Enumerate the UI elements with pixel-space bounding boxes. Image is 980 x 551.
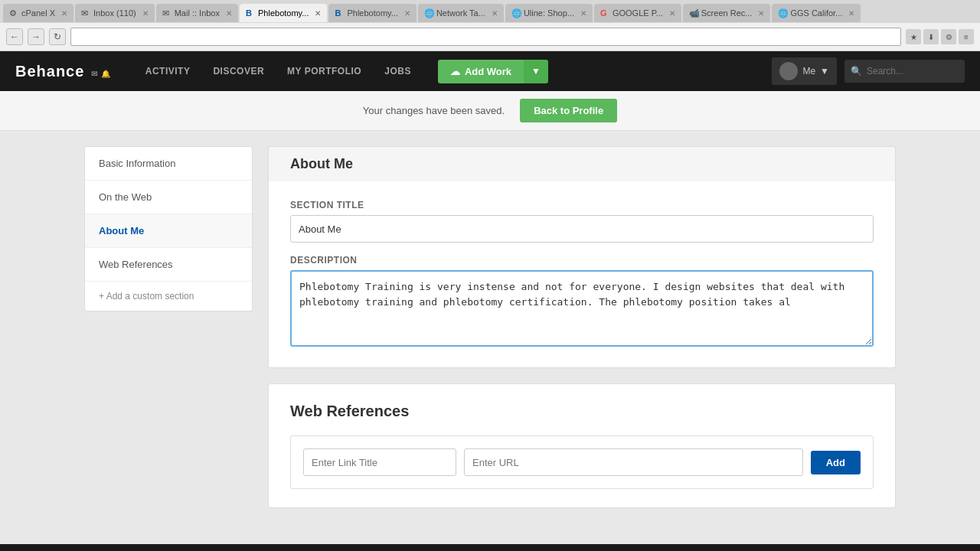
tab-favicon: 🌐 bbox=[424, 8, 433, 18]
tab-close[interactable]: ✕ bbox=[758, 9, 764, 18]
sidebar-item-on-the-web[interactable]: On the Web bbox=[85, 181, 252, 214]
main-content: Basic Information On the Web About Me We… bbox=[69, 131, 911, 544]
tab-behance2[interactable]: B Phlebotomy... ✕ bbox=[328, 4, 416, 22]
address-bar-row: ← → ↻ https://www.behance.net/phlebotomy… bbox=[0, 23, 980, 51]
save-message: Your changes have been saved. bbox=[363, 105, 505, 116]
url-input[interactable] bbox=[464, 448, 803, 476]
tab-close[interactable]: ✕ bbox=[226, 9, 232, 18]
about-me-section-body: Section Title Description Phlebotomy Tra… bbox=[268, 181, 896, 368]
tab-screen-rec[interactable]: 📹 Screen Rec... ✕ bbox=[683, 4, 771, 22]
sidebar-item-basic-info[interactable]: Basic Information bbox=[85, 147, 252, 181]
tab-close[interactable]: ✕ bbox=[404, 9, 410, 18]
bookmark-icon[interactable]: ★ bbox=[906, 29, 921, 44]
description-label: Description bbox=[290, 255, 874, 266]
tab-label: Mail :: Inbox bbox=[175, 8, 220, 18]
save-notification-bar: Your changes have been saved. Back to Pr… bbox=[0, 91, 980, 131]
menu-icon[interactable]: ≡ bbox=[959, 29, 974, 44]
tab-label: cPanel X bbox=[21, 8, 55, 18]
tab-uline[interactable]: 🌐 Uline: Shop... ✕ bbox=[505, 4, 593, 22]
nav-discover[interactable]: DISCOVER bbox=[201, 51, 276, 91]
search-icon: 🔍 bbox=[851, 66, 862, 77]
tab-close[interactable]: ✕ bbox=[669, 9, 675, 18]
nav-portfolio[interactable]: MY PORTFOLIO bbox=[276, 51, 373, 91]
section-title-label: Section Title bbox=[290, 200, 874, 210]
web-references-title: Web References bbox=[290, 403, 874, 420]
add-reference-button[interactable]: Add bbox=[811, 451, 861, 474]
upload-icon: ☁ bbox=[450, 66, 460, 77]
tab-favicon: G bbox=[600, 8, 609, 18]
browser-icons: ★ ⬇ ⚙ ≡ bbox=[906, 29, 974, 44]
add-custom-section-button[interactable]: + Add a custom section bbox=[85, 282, 252, 311]
tab-label: GOOGLE P... bbox=[612, 8, 663, 18]
sidebar-item-about-me[interactable]: About Me bbox=[85, 214, 252, 248]
user-avatar bbox=[779, 62, 798, 80]
search-input[interactable] bbox=[867, 66, 959, 77]
tab-close[interactable]: ✕ bbox=[848, 9, 854, 18]
address-input[interactable]: https://www.behance.net/phlebotomydesign… bbox=[70, 28, 901, 46]
web-ref-form: Add bbox=[290, 435, 874, 489]
download-icon[interactable]: ⬇ bbox=[923, 29, 939, 44]
logo-notification: ✉ 🔔 bbox=[91, 70, 111, 78]
me-menu-button[interactable]: Me ▼ bbox=[772, 57, 837, 85]
tab-label: Phlebotomy... bbox=[347, 8, 397, 18]
tab-label: GGS Califor... bbox=[790, 8, 842, 18]
tab-label: Uline: Shop... bbox=[524, 8, 574, 18]
tab-label: Screen Rec... bbox=[701, 8, 753, 18]
app-footer: More Behance TOU & Privacy Help Part of … bbox=[0, 544, 980, 551]
about-me-section-header: About Me bbox=[268, 146, 896, 181]
about-me-section: About Me Section Title Description Phleb… bbox=[268, 146, 896, 368]
tab-google[interactable]: G GOOGLE P... ✕ bbox=[594, 4, 681, 22]
main-nav: ACTIVITY DISCOVER MY PORTFOLIO JOBS bbox=[134, 51, 423, 91]
back-to-profile-button[interactable]: Back to Profile bbox=[520, 99, 617, 122]
tab-label: Inbox (110) bbox=[93, 8, 136, 18]
tab-favicon: ✉ bbox=[81, 8, 90, 18]
tab-mail[interactable]: ✉ Mail :: Inbox ✕ bbox=[156, 4, 238, 22]
tab-close[interactable]: ✕ bbox=[142, 9, 149, 18]
tab-favicon: ⚙ bbox=[9, 8, 18, 18]
app-header: Behance ✉ 🔔 ACTIVITY DISCOVER MY PORTFOL… bbox=[0, 51, 980, 91]
tab-label: Network Ta... bbox=[436, 8, 485, 18]
refresh-button[interactable]: ↻ bbox=[49, 28, 66, 45]
tab-favicon: B bbox=[335, 8, 344, 18]
behance-logo[interactable]: Behance ✉ 🔔 bbox=[15, 63, 111, 80]
tab-ggs[interactable]: 🌐 GGS Califor... ✕ bbox=[772, 4, 861, 22]
extensions-icon[interactable]: ⚙ bbox=[941, 29, 956, 44]
back-button[interactable]: ← bbox=[6, 28, 23, 45]
description-textarea[interactable]: Phlebotomy Training is very instense and… bbox=[290, 270, 874, 347]
sidebar: Basic Information On the Web About Me We… bbox=[84, 146, 253, 529]
sidebar-item-web-references[interactable]: Web References bbox=[85, 248, 252, 282]
tab-close[interactable]: ✕ bbox=[580, 9, 586, 18]
header-right: Me ▼ 🔍 bbox=[772, 57, 965, 85]
tab-favicon: B bbox=[246, 8, 255, 18]
nav-jobs[interactable]: JOBS bbox=[373, 51, 423, 91]
forward-button[interactable]: → bbox=[28, 28, 44, 45]
browser-chrome: ⚙ cPanel X ✕ ✉ Inbox (110) ✕ ✉ Mail :: I… bbox=[0, 0, 980, 51]
search-box[interactable]: 🔍 bbox=[844, 60, 965, 83]
tab-inbox[interactable]: ✉ Inbox (110) ✕ bbox=[75, 4, 155, 22]
web-references-section: Web References Add bbox=[268, 383, 896, 508]
tab-close[interactable]: ✕ bbox=[61, 9, 67, 18]
tab-label: Phlebotomy... bbox=[258, 8, 309, 18]
tab-bar: ⚙ cPanel X ✕ ✉ Inbox (110) ✕ ✉ Mail :: I… bbox=[0, 0, 980, 23]
tab-behance-active[interactable]: B Phlebotomy... ✕ bbox=[240, 4, 327, 22]
tab-favicon: 🌐 bbox=[511, 8, 521, 18]
add-work-dropdown-button[interactable]: ▼ bbox=[524, 60, 548, 83]
add-work-group: ☁ Add Work ▼ bbox=[438, 60, 548, 83]
add-work-button[interactable]: ☁ Add Work bbox=[438, 60, 524, 83]
tab-close[interactable]: ✕ bbox=[492, 9, 498, 18]
tab-favicon: ✉ bbox=[162, 8, 172, 18]
tab-network[interactable]: 🌐 Network Ta... ✕ bbox=[418, 4, 504, 22]
tab-favicon: 🌐 bbox=[778, 8, 787, 18]
tab-favicon: 📹 bbox=[689, 8, 698, 18]
tab-close[interactable]: ✕ bbox=[315, 9, 321, 18]
section-title-input[interactable] bbox=[290, 215, 874, 243]
chevron-down-icon: ▼ bbox=[820, 66, 829, 77]
sidebar-card: Basic Information On the Web About Me We… bbox=[84, 146, 253, 311]
right-panel: About Me Section Title Description Phleb… bbox=[268, 146, 896, 529]
tab-cpanel[interactable]: ⚙ cPanel X ✕ bbox=[3, 4, 74, 22]
link-title-input[interactable] bbox=[303, 448, 456, 476]
nav-activity[interactable]: ACTIVITY bbox=[134, 51, 202, 91]
